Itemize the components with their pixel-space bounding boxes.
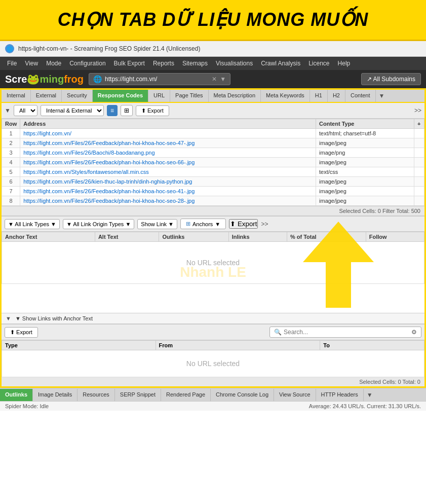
filter-adjust-icon[interactable]: ⚙ <box>411 329 417 336</box>
selected-info: Selected Cells: 0 Filter Total: 500 <box>2 206 424 215</box>
all-link-origin-types-button[interactable]: ▼ All Link Origin Types ▼ <box>63 219 134 229</box>
tab-content[interactable]: Content <box>345 90 376 102</box>
table-row-address-8[interactable]: https://light.com.vn/Files/26/Feedback/p… <box>20 196 316 206</box>
filter-bar: ▼ All Internal & External ≡ ⊞ ⬆ Export >… <box>2 103 424 119</box>
table-row: 5https://light.com.vn/Styles/fontawesome… <box>2 167 424 177</box>
url-text: https://light.com.vn/ <box>105 76 157 83</box>
url-dropdown-icon[interactable]: ▼ <box>220 76 226 83</box>
url-close-icon[interactable]: ✕ <box>212 76 217 83</box>
btab-image-details[interactable]: Image Details <box>33 389 78 401</box>
third-panel: ⬆ Export 🔍 ⚙ Type From To No URL selecte… <box>2 324 424 386</box>
menu-view[interactable]: View <box>21 58 42 69</box>
table-icon: ⊞ <box>186 221 190 227</box>
menu-help[interactable]: Help <box>334 58 355 69</box>
table-row: 6https://light.com.vn/Files/26/kien-thuc… <box>2 177 424 187</box>
title-bar: 🌐 https-light-com-vn- - Screaming Frog S… <box>0 41 426 57</box>
anchors-dropdown[interactable]: ⊞ Anchors ▼ <box>180 219 226 229</box>
triangle-icon: ▼ <box>6 315 11 321</box>
col-pct-total: % of Total <box>287 232 366 242</box>
table-row: 8https://light.com.vn/Files/26/Feedback/… <box>2 196 424 206</box>
tab-security[interactable]: Security <box>62 90 93 102</box>
menu-licence[interactable]: Licence <box>304 58 333 69</box>
menu-bulk-export[interactable]: Bulk Export <box>110 58 149 69</box>
btab-view-source[interactable]: View Source <box>274 389 316 401</box>
table-row-plus-6 <box>414 177 424 187</box>
table-row: 4https://light.com.vn/Files/26/Feedback/… <box>2 158 424 167</box>
tab-url[interactable]: URL <box>148 90 170 102</box>
bottom-more-button[interactable]: >> <box>261 221 268 228</box>
btab-rendered-page[interactable]: Rendered Page <box>161 389 211 401</box>
main-table-container: Row Address Content Type + 1https://ligh… <box>2 119 424 206</box>
table-row-content-type-4: image/jpeg <box>316 158 414 167</box>
menu-visualisations[interactable]: Visualisations <box>212 58 257 69</box>
tab-external[interactable]: External <box>31 90 62 102</box>
menu-configuration[interactable]: Configuration <box>65 58 109 69</box>
btab-outlinks[interactable]: Outlinks <box>0 389 33 401</box>
filter-source-dropdown[interactable]: Internal & External <box>41 105 104 116</box>
table-row-num-8: 8 <box>2 196 20 206</box>
btab-more-button[interactable]: ▼ <box>364 389 376 401</box>
btab-resources[interactable]: Resources <box>78 389 115 401</box>
tab-page-titles[interactable]: Page Titles <box>170 90 208 102</box>
all-link-types-button[interactable]: ▼ All Link Types ▼ <box>5 219 60 229</box>
table-row-num-7: 7 <box>2 187 20 196</box>
anchors-chevron-icon: ▼ <box>215 221 220 227</box>
tab-h1[interactable]: H1 <box>310 90 328 102</box>
url-bar[interactable]: 🌐 https://light.com.vn/ ✕ ▼ <box>89 73 230 85</box>
btab-serp-snippet[interactable]: SERP Snippet <box>115 389 161 401</box>
show-links-bar[interactable]: ▼ ▼ Show Links with Anchor Text <box>2 313 424 324</box>
no-url-message: No URL selected <box>5 243 421 282</box>
tab-h2[interactable]: H2 <box>328 90 345 102</box>
third-export-button[interactable]: ⬆ Export <box>5 327 38 338</box>
search-icon: 🔍 <box>274 329 282 336</box>
tab-more-button[interactable]: ▼ <box>376 90 388 102</box>
table-row-content-type-7: image/jpeg <box>316 187 414 196</box>
menu-crawl-analysis[interactable]: Crawl Analysis <box>257 58 304 69</box>
app-header: Scre🐸mingfrog 🌐 https://light.com.vn/ ✕ … <box>0 70 426 88</box>
table-row-content-type-6: image/jpeg <box>316 177 414 187</box>
table-row-content-type-1: text/html; charset=utf-8 <box>316 129 414 138</box>
export-button[interactable]: ⬆ Export <box>136 105 169 116</box>
tab-meta-description[interactable]: Meta Description <box>209 90 261 102</box>
menu-reports[interactable]: Reports <box>149 58 178 69</box>
sf-app-icon: 🌐 <box>5 44 14 53</box>
col-address: Address <box>20 119 316 129</box>
table-row-address-5[interactable]: https://light.com.vn/Styles/fontawesome/… <box>20 167 316 177</box>
list-view-button[interactable]: ≡ <box>107 105 118 116</box>
third-no-url-message: No URL selected <box>5 352 421 375</box>
table-row-num-4: 4 <box>2 158 20 167</box>
table-row-address-6[interactable]: https://light.com.vn/Files/26/kien-thuc-… <box>20 177 316 187</box>
col-alt-text: Alt Text <box>95 232 159 242</box>
globe-icon: 🌐 <box>93 75 102 83</box>
menu-mode[interactable]: Mode <box>42 58 65 69</box>
table-row-address-1[interactable]: https://light.com.vn/ <box>20 129 316 138</box>
subdomain-button[interactable]: ↗ All Subdomains <box>361 73 421 85</box>
table-row-address-4[interactable]: https://light.com.vn/Files/26/Feedback/p… <box>20 158 316 167</box>
menu-file[interactable]: File <box>3 58 21 69</box>
filter-all-dropdown[interactable]: All <box>14 105 37 116</box>
col-inlinks: Inlinks <box>228 232 287 242</box>
banner-text: CHỌN TAB DỮ LIỆU MONG MUỐN <box>58 9 368 30</box>
table-row: 7https://light.com.vn/Files/26/Feedback/… <box>2 187 424 196</box>
table-row-plus-5 <box>414 167 424 177</box>
show-link-button[interactable]: Show Link ▼ <box>137 219 177 229</box>
banner: CHỌN TAB DỮ LIỆU MONG MUỐN <box>0 0 426 41</box>
tree-view-button[interactable]: ⊞ <box>121 105 133 116</box>
tab-internal[interactable]: Internal <box>2 90 31 102</box>
search-box[interactable]: 🔍 ⚙ <box>269 327 421 338</box>
bottom-export-button[interactable]: ⬆ Export <box>229 219 258 229</box>
col-type: Type <box>2 341 156 350</box>
table-row-address-7[interactable]: https://light.com.vn/Files/26/Feedback/p… <box>20 187 316 196</box>
third-table: Type From To No URL selected <box>2 340 424 377</box>
table-row-address-3[interactable]: https://light.com.vn/Files/26/Baochi/8-b… <box>20 148 316 158</box>
filter-more-button[interactable]: >> <box>414 107 421 114</box>
menu-sitemaps[interactable]: Sitemaps <box>178 58 212 69</box>
btab-http-headers[interactable]: HTTP Headers <box>316 389 364 401</box>
table-row-content-type-5: text/css <box>316 167 414 177</box>
table-row-address-2[interactable]: https://light.com.vn/Files/26/Feedback/p… <box>20 138 316 148</box>
tab-response-codes[interactable]: Response Codes <box>93 90 148 102</box>
app-logo: Scre🐸mingfrog <box>5 73 84 85</box>
tab-meta-keywords[interactable]: Meta Keywords <box>261 90 310 102</box>
search-input[interactable] <box>284 329 409 336</box>
btab-chrome-console-log[interactable]: Chrome Console Log <box>211 389 274 401</box>
